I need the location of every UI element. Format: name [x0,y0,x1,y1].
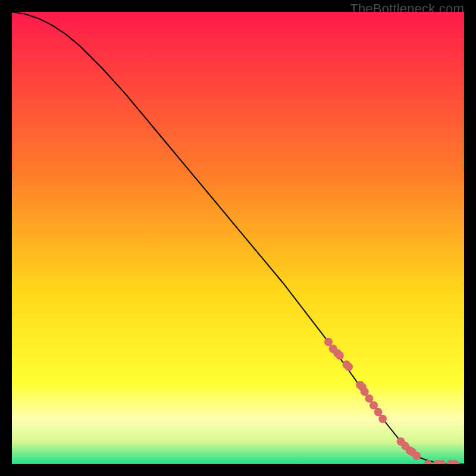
data-marker [361,387,369,396]
data-marker [412,452,421,460]
data-marker [378,415,387,423]
data-marker [345,363,353,371]
data-marker [365,394,373,403]
data-marker [324,338,333,346]
data-marker [369,401,378,409]
data-marker [336,352,344,360]
chart-plot [12,12,464,464]
gradient-background [12,12,464,464]
chart-frame: TheBottleneck.com [0,0,476,476]
data-marker [374,408,383,416]
